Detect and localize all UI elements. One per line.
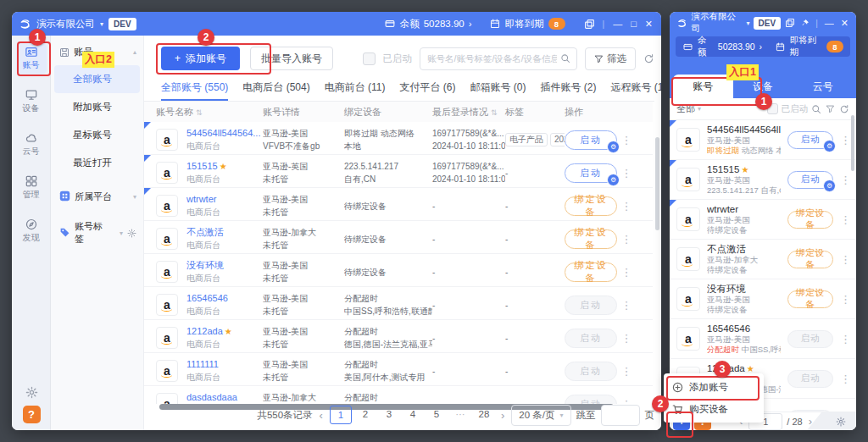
star-icon[interactable]: ★ <box>220 162 227 171</box>
table-row[interactable]: a 151515★ 电商后台 亚马逊-英国 未托管 223.5.141.217 <box>144 155 653 188</box>
list-item[interactable]: a 544564ll544564ll54...★ 亚马逊-美国 即将过期 动态网… <box>670 120 856 160</box>
account-name-link[interactable]: 151515 <box>186 161 218 171</box>
close-button[interactable]: ✕ <box>839 18 850 29</box>
page-number[interactable]: 4 <box>403 406 423 423</box>
company-caret-icon[interactable]: ▾ <box>746 19 749 27</box>
expire-group[interactable]: 即将到期 8 <box>489 18 565 30</box>
vertical-scrollbar[interactable] <box>655 137 659 230</box>
refresh-icon[interactable] <box>839 104 849 114</box>
page-number[interactable]: 1 <box>330 406 352 424</box>
account-name-link[interactable]: 1212ada <box>186 326 223 336</box>
filter-button[interactable]: 筛选 <box>585 47 636 70</box>
popup-add-account[interactable]: 添加账号 <box>664 376 764 398</box>
table-row[interactable]: a 1212ada★ 电商后台 亚马逊-美国 未托管 分配超时 德国,德 <box>144 320 653 353</box>
item-more-menu-icon[interactable]: ⋮ <box>840 373 851 385</box>
list-item[interactable]: a 没有环境★ 亚马逊-美国 待绑定设备 绑定设备 ⚙ ⋮ <box>670 279 856 319</box>
category-tab[interactable]: 支付平台 (6) <box>400 76 456 101</box>
minimize-button[interactable]: — <box>611 19 624 29</box>
list-item[interactable]: a 不点激活★ 亚马逊-加拿大 待绑定设备 绑定设备 ⚙ ⋮ <box>670 240 856 279</box>
action-button[interactable]: 启动 <box>787 330 833 348</box>
nav-item[interactable]: 星标账号 <box>51 121 143 149</box>
account-name-link[interactable]: 不点激活 <box>186 227 224 237</box>
chevron-down-icon[interactable]: ▾ <box>133 193 136 201</box>
refresh-icon[interactable] <box>643 53 654 64</box>
row-more-menu-icon[interactable]: ⋮ <box>619 332 634 345</box>
action-button[interactable]: 绑定设备 <box>787 290 833 308</box>
table-row[interactable]: a 544564ll544564...★ 电商后台 亚马逊-美国 VFVB不准备… <box>144 122 653 155</box>
company-name[interactable]: 演示有限公司 <box>692 12 743 35</box>
nav-item[interactable]: 附加账号 <box>51 93 143 121</box>
add-account-button[interactable]: + 添加账号 <box>161 47 240 70</box>
page-number[interactable]: 28 <box>474 406 494 423</box>
window-switch-icon[interactable] <box>584 18 596 30</box>
item-more-menu-icon[interactable]: ⋮ <box>840 253 851 266</box>
row-more-menu-icon[interactable]: ⋮ <box>619 167 634 180</box>
star-icon[interactable]: ★ <box>225 327 232 336</box>
category-tab[interactable]: 电商前台 (11) <box>325 76 386 101</box>
close-button[interactable]: ✕ <box>643 19 654 30</box>
company-name[interactable]: 演示有限公司 <box>36 18 95 30</box>
action-button[interactable]: 启动 <box>565 296 617 315</box>
maximize-button[interactable]: □ <box>629 19 638 29</box>
account-name[interactable]: 544564ll544564ll54... <box>707 124 781 135</box>
tag-settings-gear-icon[interactable] <box>127 229 136 238</box>
item-more-menu-icon[interactable]: ⋮ <box>840 333 851 345</box>
nav-item[interactable]: 全部账号 <box>54 65 140 93</box>
list-item[interactable]: a wtrwter★ 亚马逊-美国 待绑定设备 绑定设备 ⚙ ⋮ <box>670 200 856 240</box>
corner-gear-icon[interactable] <box>836 417 846 427</box>
prev-page-icon[interactable]: ‹ <box>318 409 325 422</box>
action-button[interactable]: 绑定设备 <box>787 251 833 268</box>
sidebar-item-cloud[interactable]: 云号 <box>16 129 47 161</box>
sort-icon[interactable]: ⇅ <box>491 108 498 117</box>
row-more-menu-icon[interactable]: ⋮ <box>619 200 634 213</box>
item-more-menu-icon[interactable]: ⋮ <box>840 134 851 146</box>
launch-gear-badge[interactable]: ⚙ <box>607 174 620 186</box>
table-row[interactable]: a 1111111★ 电商后台 亚马逊-美国 未托管 分配超时 美国,阿 <box>144 353 653 386</box>
category-tab[interactable]: 邮箱账号 (0) <box>470 76 526 101</box>
filter-funnel-icon[interactable] <box>826 104 835 113</box>
category-tab[interactable]: 远程账号 (1) <box>611 76 661 101</box>
list-item[interactable]: a 16546546★ 亚马逊-美国 分配超时 中国SS,呼和浩特,联... 启… <box>670 319 856 359</box>
action-button[interactable]: 绑定设备 <box>565 196 617 216</box>
col-login[interactable]: 最后登录情况⇅ <box>432 106 505 119</box>
sidebar-item-manage[interactable]: 管理 <box>16 172 47 204</box>
account-name-link[interactable]: 没有环境 <box>186 260 224 270</box>
col-name[interactable]: 账号名称⇅ <box>156 106 263 119</box>
table-row[interactable]: a dasdasdaaa★ 电商后台 亚马逊-加拿大 未托管 分配超时 <box>144 386 653 404</box>
page-number[interactable]: 2 <box>355 406 376 423</box>
action-button[interactable]: 启动 <box>565 329 617 348</box>
item-more-menu-icon[interactable]: ⋮ <box>840 174 851 186</box>
row-more-menu-icon[interactable]: ⋮ <box>619 398 634 404</box>
account-name[interactable]: 16546546 <box>707 323 750 334</box>
list-item[interactable]: a 151515★ 亚马逊-英国 223.5.141.217 自有,CN 启动 … <box>670 160 856 200</box>
action-button[interactable]: 绑定设备 <box>565 229 617 249</box>
star-icon[interactable]: ★ <box>741 165 748 174</box>
nav-group-platform[interactable]: 所属平台 ▾ <box>51 182 143 212</box>
nav-item[interactable]: 最近打开 <box>51 149 143 177</box>
account-name[interactable]: 没有环境 <box>707 284 746 294</box>
item-more-menu-icon[interactable]: ⋮ <box>840 213 851 226</box>
action-button[interactable]: 启动 <box>565 395 617 404</box>
row-more-menu-icon[interactable]: ⋮ <box>619 299 634 312</box>
window-switch-icon[interactable] <box>784 17 796 29</box>
row-more-menu-icon[interactable]: ⋮ <box>619 365 634 378</box>
page-size-select[interactable]: 20 条/页 ▾ <box>511 405 570 426</box>
page-number[interactable]: 3 <box>379 406 399 423</box>
next-page-icon[interactable]: › <box>499 409 506 422</box>
filter-all-label[interactable]: 全部 <box>676 102 695 115</box>
pin-icon[interactable] <box>799 17 811 29</box>
table-row[interactable]: a 不点激活★ 电商后台 亚马逊-加拿大 未托管 待绑定设备 <box>144 221 653 254</box>
started-checkbox[interactable] <box>363 52 376 65</box>
page-number[interactable]: ··· <box>450 406 470 423</box>
category-tab[interactable]: 全部账号 (550) <box>161 76 228 101</box>
settings-gear-icon[interactable] <box>25 386 38 399</box>
account-name[interactable]: wtrwter <box>707 204 738 214</box>
row-more-menu-icon[interactable]: ⋮ <box>619 233 634 246</box>
account-name-link[interactable]: 1111111 <box>186 359 219 369</box>
batch-import-button[interactable]: 批量导入账号 <box>250 47 333 70</box>
action-button[interactable]: 绑定设备 <box>565 262 617 282</box>
jump-page-input[interactable] <box>601 405 640 426</box>
launch-gear-badge[interactable]: ⚙ <box>823 140 836 152</box>
action-button[interactable]: 启动 <box>565 362 617 381</box>
account-name-link[interactable]: 544564ll544564... <box>186 128 260 138</box>
